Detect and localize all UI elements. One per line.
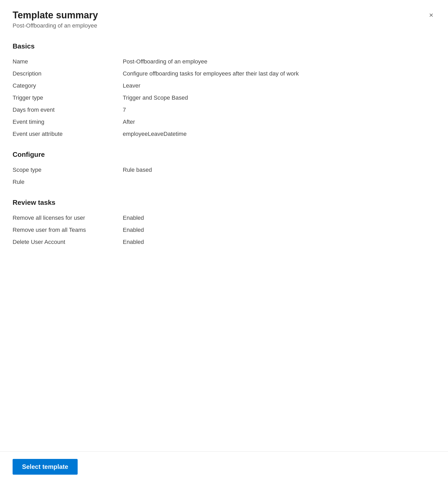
field-value-remove-licenses: Enabled bbox=[123, 215, 435, 221]
field-value-name: Post-Offboarding of an employee bbox=[123, 58, 435, 65]
basics-section-title: Basics bbox=[13, 42, 435, 50]
field-value-trigger-type: Trigger and Scope Based bbox=[123, 94, 435, 101]
field-label-category: Category bbox=[13, 82, 123, 89]
review-tasks-section: Review tasks Remove all licenses for use… bbox=[13, 199, 435, 248]
field-label-event-timing: Event timing bbox=[13, 119, 123, 125]
field-remove-teams: Remove user from all Teams Enabled bbox=[13, 224, 435, 236]
field-label-scope-type: Scope type bbox=[13, 167, 123, 173]
field-delete-account: Delete User Account Enabled bbox=[13, 236, 435, 248]
field-label-remove-licenses: Remove all licenses for user bbox=[13, 215, 123, 221]
basics-section: Basics Name Post-Offboarding of an emplo… bbox=[13, 42, 435, 140]
field-value-days-from-event: 7 bbox=[123, 106, 435, 113]
field-label-trigger-type: Trigger type bbox=[13, 94, 123, 101]
field-label-rule: Rule bbox=[13, 179, 123, 185]
field-value-scope-type: Rule based bbox=[123, 167, 435, 173]
panel-content: Basics Name Post-Offboarding of an emplo… bbox=[0, 34, 448, 451]
field-value-event-timing: After bbox=[123, 119, 435, 125]
field-label-description: Description bbox=[13, 70, 123, 77]
field-value-category: Leaver bbox=[123, 82, 435, 89]
field-scope-type: Scope type Rule based bbox=[13, 164, 435, 176]
field-trigger-type: Trigger type Trigger and Scope Based bbox=[13, 92, 435, 104]
field-label-remove-teams: Remove user from all Teams bbox=[13, 227, 123, 233]
field-event-timing: Event timing After bbox=[13, 116, 435, 128]
field-label-name: Name bbox=[13, 58, 123, 65]
panel-subtitle: Post-Offboarding of an employee bbox=[13, 22, 98, 29]
field-remove-licenses: Remove all licenses for user Enabled bbox=[13, 212, 435, 224]
field-event-user-attribute: Event user attribute employeeLeaveDateti… bbox=[13, 128, 435, 140]
panel-header: Template summary Post-Offboarding of an … bbox=[0, 0, 448, 34]
field-days-from-event: Days from event 7 bbox=[13, 104, 435, 116]
field-value-event-user-attribute: employeeLeaveDatetime bbox=[123, 131, 435, 137]
close-button[interactable]: × bbox=[427, 9, 435, 21]
panel-footer: Select template bbox=[0, 451, 448, 482]
field-label-days-from-event: Days from event bbox=[13, 106, 123, 113]
field-rule: Rule bbox=[13, 176, 435, 188]
select-template-button[interactable]: Select template bbox=[13, 459, 78, 475]
configure-section: Configure Scope type Rule based Rule bbox=[13, 151, 435, 188]
field-value-description: Configure offboarding tasks for employee… bbox=[123, 70, 435, 77]
review-tasks-section-title: Review tasks bbox=[13, 199, 435, 207]
field-value-remove-teams: Enabled bbox=[123, 227, 435, 233]
field-value-delete-account: Enabled bbox=[123, 239, 435, 245]
field-description: Description Configure offboarding tasks … bbox=[13, 68, 435, 80]
configure-section-title: Configure bbox=[13, 151, 435, 159]
field-category: Category Leaver bbox=[13, 80, 435, 92]
panel-title-block: Template summary Post-Offboarding of an … bbox=[13, 9, 98, 29]
field-name: Name Post-Offboarding of an employee bbox=[13, 56, 435, 68]
field-label-event-user-attribute: Event user attribute bbox=[13, 131, 123, 137]
panel-title: Template summary bbox=[13, 9, 98, 21]
template-summary-panel: Template summary Post-Offboarding of an … bbox=[0, 0, 448, 482]
field-label-delete-account: Delete User Account bbox=[13, 239, 123, 245]
